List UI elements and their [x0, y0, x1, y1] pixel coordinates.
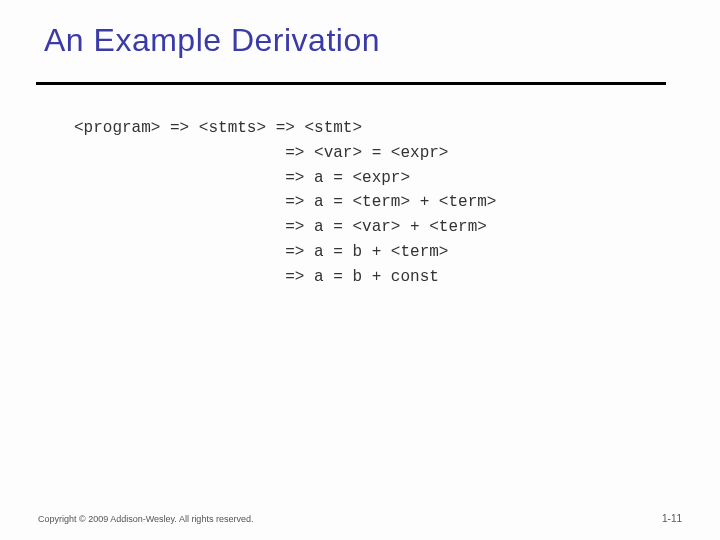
derivation-block: <program> => <stmts> => <stmt> => <var> … — [74, 116, 496, 290]
derivation-line: => <var> = <expr> — [74, 144, 448, 162]
title-divider — [36, 82, 666, 85]
slide: An Example Derivation <program> => <stmt… — [0, 0, 720, 540]
page-number: 1-11 — [662, 513, 682, 524]
derivation-line: => a = b + <term> — [74, 243, 448, 261]
derivation-line: => a = b + const — [74, 268, 439, 286]
derivation-line: => a = <term> + <term> — [74, 193, 496, 211]
slide-title: An Example Derivation — [44, 22, 380, 59]
derivation-line: => a = <expr> — [74, 169, 410, 187]
derivation-line: => a = <var> + <term> — [74, 218, 487, 236]
derivation-line: <program> => <stmts> => <stmt> — [74, 119, 362, 137]
copyright-text: Copyright © 2009 Addison-Wesley. All rig… — [38, 514, 253, 524]
